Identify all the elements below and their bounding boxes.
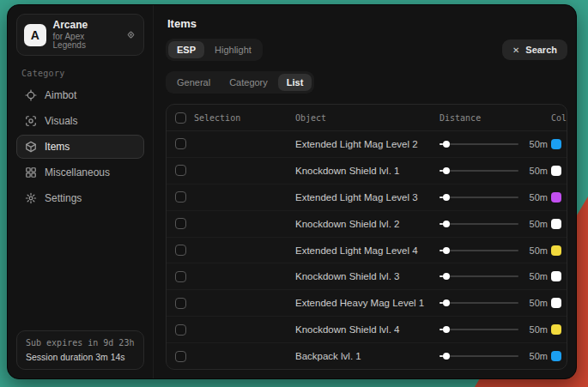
subscription-expiry-text: Sub expires in 9d 23h <box>26 338 135 348</box>
distance-slider[interactable] <box>439 271 518 281</box>
row-checkbox[interactable] <box>175 351 186 362</box>
sidebar-item-label: Settings <box>45 192 82 204</box>
session-duration-text: Session duration 3m 14s <box>26 352 135 362</box>
distance-value: 50m <box>518 298 551 308</box>
color-swatch[interactable] <box>551 271 561 281</box>
row-checkbox[interactable] <box>175 298 186 309</box>
main-panel: Items ESPHighlight ✕ Search GeneralCateg… <box>154 5 576 378</box>
row-checkbox[interactable] <box>175 165 186 176</box>
header-object: Object <box>295 113 439 123</box>
sidebar-item-aimbot[interactable]: Aimbot <box>16 83 144 107</box>
distance-slider[interactable] <box>439 139 518 149</box>
view-tab-category[interactable]: Category <box>221 74 276 91</box>
session-info-card: Sub expires in 9d 23h Session duration 3… <box>16 330 144 370</box>
slider-thumb[interactable] <box>443 326 450 333</box>
object-name: Extended Light Mag Level 4 <box>295 245 439 256</box>
distance-slider[interactable] <box>439 192 518 203</box>
search-button[interactable]: ✕ Search <box>502 39 567 60</box>
distance-slider[interactable] <box>439 166 518 176</box>
distance-value: 50m <box>518 245 551 256</box>
table-row: Knockdown Shield lvl. 250m <box>167 211 567 238</box>
color-swatch[interactable] <box>551 324 561 335</box>
distance-value: 50m <box>518 166 551 176</box>
object-name: Knockdown Shield lvl. 1 <box>295 166 439 176</box>
table-row: Knockdown Shield lvl. 350m <box>167 263 567 290</box>
sidebar-item-label: Miscellaneous <box>45 166 110 178</box>
distance-value: 50m <box>518 324 551 335</box>
app-window: A Arcane for Apex Legends Category Aimbo… <box>7 4 577 379</box>
slider-thumb[interactable] <box>443 353 450 360</box>
table-row: Extended Light Mag Level 250m <box>167 131 567 158</box>
sidebar-nav: AimbotVisualsItemsMiscellaneousSettings <box>16 83 144 212</box>
slider-thumb[interactable] <box>443 167 450 174</box>
header-selection: Selection <box>194 113 295 123</box>
toolbar-row: ESPHighlight ✕ Search <box>166 39 567 61</box>
brand-card: A Arcane for Apex Legends <box>16 14 144 56</box>
view-row: GeneralCategoryList <box>166 71 567 94</box>
object-name: Backpack lvl. 1 <box>295 351 439 361</box>
brand-subtitle: for Apex Legends <box>53 33 118 50</box>
slider-thumb[interactable] <box>443 299 450 306</box>
gear-icon <box>25 192 37 204</box>
distance-slider[interactable] <box>439 324 518 335</box>
tab-esp[interactable]: ESP <box>168 41 204 58</box>
view-tab-general[interactable]: General <box>168 74 219 91</box>
sidebar-item-settings[interactable]: Settings <box>16 186 144 210</box>
object-name: Knockdown Shield lvl. 2 <box>295 219 439 229</box>
sidebar-item-label: Items <box>45 141 70 153</box>
page-title: Items <box>167 17 567 30</box>
row-checkbox[interactable] <box>175 191 186 203</box>
row-checkbox[interactable] <box>175 271 186 282</box>
diamond-badge-icon[interactable] <box>125 29 136 40</box>
distance-value: 50m <box>518 219 551 229</box>
sidebar-item-label: Visuals <box>45 115 77 127</box>
color-swatch[interactable] <box>551 192 561 203</box>
brand-name: Arcane <box>53 20 118 30</box>
color-swatch[interactable] <box>551 139 561 149</box>
row-checkbox[interactable] <box>175 324 186 336</box>
header-distance: Distance <box>439 113 518 123</box>
color-swatch[interactable] <box>551 351 561 361</box>
distance-value: 50m <box>518 139 551 149</box>
distance-slider[interactable] <box>439 219 518 229</box>
slider-thumb[interactable] <box>443 194 450 201</box>
grid-icon <box>25 166 37 178</box>
package-icon <box>25 141 37 153</box>
table-row: Extended Light Mag Level 450m <box>167 238 567 264</box>
sidebar-item-visuals[interactable]: Visuals <box>16 109 144 133</box>
brand-text: Arcane for Apex Legends <box>53 20 118 50</box>
view-tab-list[interactable]: List <box>278 74 312 91</box>
slider-thumb[interactable] <box>443 247 450 254</box>
search-button-label: Search <box>525 45 557 55</box>
object-name: Extended Heavy Mag Level 1 <box>295 298 439 308</box>
sidebar-section-label: Category <box>21 69 139 78</box>
object-name: Extended Light Mag Level 2 <box>295 139 439 149</box>
view-tab-group: GeneralCategoryList <box>166 71 314 94</box>
color-swatch[interactable] <box>551 166 561 176</box>
distance-value: 50m <box>518 271 551 281</box>
slider-thumb[interactable] <box>443 221 450 227</box>
row-checkbox[interactable] <box>175 218 186 229</box>
header-color: Color <box>551 113 567 123</box>
mode-tab-group: ESPHighlight <box>166 39 263 61</box>
sidebar-item-miscellaneous[interactable]: Miscellaneous <box>16 160 144 184</box>
table-row: Extended Heavy Mag Level 150m <box>167 290 567 317</box>
distance-value: 50m <box>518 351 551 361</box>
slider-thumb[interactable] <box>443 141 450 148</box>
distance-value: 50m <box>518 192 551 203</box>
row-checkbox[interactable] <box>175 138 186 149</box>
select-all-checkbox[interactable] <box>175 112 186 124</box>
table-row: Knockdown Shield lvl. 150m <box>167 158 567 184</box>
slider-thumb[interactable] <box>443 273 450 280</box>
distance-slider[interactable] <box>439 245 518 256</box>
table-body: Extended Light Mag Level 250mKnockdown S… <box>167 131 567 369</box>
distance-slider[interactable] <box>439 351 518 361</box>
distance-slider[interactable] <box>439 298 518 308</box>
sidebar-item-items[interactable]: Items <box>16 135 144 159</box>
row-checkbox[interactable] <box>175 245 186 256</box>
table-header-row: Selection Object Distance Color <box>167 105 567 131</box>
tab-highlight[interactable]: Highlight <box>206 41 260 58</box>
color-swatch[interactable] <box>551 245 561 256</box>
color-swatch[interactable] <box>551 219 561 229</box>
color-swatch[interactable] <box>551 298 561 308</box>
